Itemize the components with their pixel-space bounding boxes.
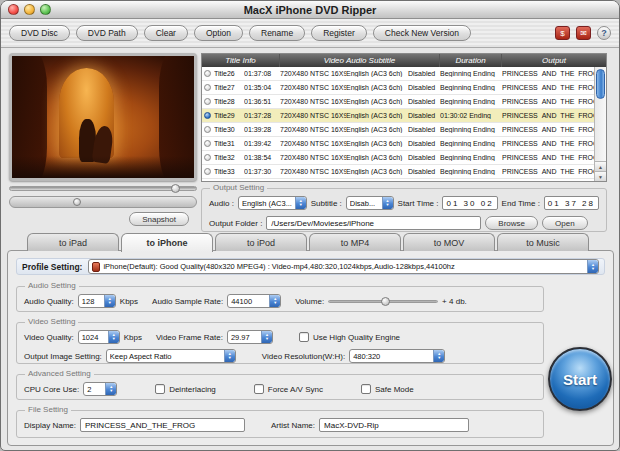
cell-title: Title33 [214,168,244,175]
register-button[interactable]: Register [311,25,367,41]
row-select-radio[interactable] [204,98,211,105]
row-select-radio[interactable] [204,154,211,161]
table-row[interactable]: Title2801:36:51720X480 NTSC 16X9English … [202,95,594,109]
video-quality-select[interactable]: 1024 [78,330,120,344]
cell-title: Title32 [214,154,244,161]
cell-format: 720X480 NTSC 16X9 [280,70,346,77]
hq-engine-checkbox[interactable] [299,332,309,342]
table-row[interactable]: Title3201:38:54720X480 NTSC 16X9English … [202,151,594,165]
scroll-up-icon[interactable]: ▲ [595,161,606,171]
cell-time: 01:38:54 [244,154,280,161]
table-row[interactable]: Title2901:37:28720X480 NTSC 16X9English … [202,109,594,123]
seek-slider[interactable] [9,184,197,193]
video-frame-rate-select[interactable]: 29.97 [227,330,273,344]
toolbar: DVD DiscDVD PathClearOptionRenameRegiste… [1,19,619,48]
buy-icon[interactable]: $ [555,26,570,40]
volume-knob[interactable] [73,198,81,206]
row-select-radio[interactable] [204,112,211,119]
cell-title: Title30 [214,126,244,133]
audio-quality-select[interactable]: 128 [78,294,116,308]
volume-label: Volume: [295,297,324,306]
cell-subtitle: Disabled [408,98,440,105]
row-select-radio[interactable] [204,168,211,175]
help-button[interactable]: ? [597,26,611,40]
cell-duration: Beginning Ending [440,84,502,91]
audio-sample-rate-select[interactable]: 44100 [227,294,281,308]
output-image-select[interactable]: Keep Aspect Ratio [106,349,236,363]
movie-scene [12,56,194,178]
tab-to-music[interactable]: to Music [497,233,589,251]
settings-panel: Profile Setting: iPhone(Default): Good Q… [7,250,614,446]
profile-select[interactable]: iPhone(Default): Good Quality(480x320 MP… [88,259,599,274]
seek-knob[interactable] [171,184,180,193]
deinterlacing-checkbox[interactable] [155,384,165,394]
popup-arrows-icon [104,295,115,307]
audio-sample-rate-value: 44100 [231,297,267,306]
force-av-sync-checkbox[interactable] [254,384,264,394]
table-row[interactable]: Title2601:37:08720X480 NTSC 16X9English … [202,67,594,81]
table-scrollbar[interactable]: ▲ ▼ [594,67,606,181]
file-setting-fieldset: File Setting Display Name: Artist Name: [16,410,544,438]
start-time-field[interactable]: 01 30 02 [442,196,497,210]
volume-note: + 4 db. [442,297,467,306]
advanced-setting-fieldset: Advanced Setting CPU Core Use: 2 Deinter… [16,374,544,400]
dvd-path-button[interactable]: DVD Path [76,25,138,41]
cell-format: 720X480 NTSC 16X9 [280,84,346,91]
tab-to-mp4[interactable]: to MP4 [309,233,401,251]
row-select-radio[interactable] [204,84,211,91]
start-button[interactable]: Start [548,347,612,411]
seek-track [9,186,197,191]
tab-to-ipod[interactable]: to iPod [215,233,307,251]
cpu-core-select[interactable]: 2 [83,382,117,396]
volume-slider[interactable] [9,196,197,208]
cell-audio: English (AC3 6ch) [346,126,408,133]
tab-to-ipad[interactable]: to iPad [27,233,119,251]
tab-to-mov[interactable]: to MOV [403,233,495,251]
tab-to-iphone[interactable]: to iPhone [121,233,213,252]
cell-audio: English (AC3 6ch) [346,154,408,161]
minimize-button[interactable] [24,4,35,15]
table-row[interactable]: Title3301:37:30720X480 NTSC 16X9English … [202,165,594,179]
audio-quality-value: 128 [82,297,102,306]
popup-arrows-icon [295,197,306,209]
scroll-down-icon[interactable]: ▼ [595,171,606,181]
option-button[interactable]: Option [194,25,243,41]
check-new-version-button[interactable]: Check New Version [373,25,471,41]
close-button[interactable] [8,4,19,15]
output-folder-input[interactable] [266,216,481,230]
snapshot-button[interactable]: Snapshot [129,212,189,226]
scrollbar-thumb[interactable] [596,69,605,99]
safe-mode-checkbox[interactable] [361,384,371,394]
mail-icon[interactable]: ✉ [576,26,591,40]
hq-engine-label: Use High Quality Engine [313,333,400,342]
table-row[interactable]: Title3101:39:42720X480 NTSC 16X9English … [202,137,594,151]
cell-audio: English (AC3 6ch) [346,98,408,105]
end-time-field[interactable]: 01 37 28 [544,196,599,210]
subtitle-select[interactable]: Disab... [346,196,394,210]
table-row[interactable]: Title3001:39:28720X480 NTSC 16X9English … [202,123,594,137]
video-setting-legend: Video Setting [25,317,78,326]
open-button[interactable]: Open [542,216,588,230]
table-row[interactable]: Title2701:35:04720X480 NTSC 16X9English … [202,81,594,95]
row-select-radio[interactable] [204,126,211,133]
browse-button[interactable]: Browse [485,216,538,230]
video-setting-row-2: Output Image Setting: Keep Aspect Ratio … [17,344,543,363]
cell-format: 720X480 NTSC 16X9 [280,126,346,133]
row-select-radio[interactable] [204,140,211,147]
audio-sample-rate-label: Audio Sample Rate: [152,297,223,306]
audio-track-select[interactable]: English (AC3... [238,196,307,210]
cell-format: 720X480 NTSC 16X9 [280,98,346,105]
clear-button[interactable]: Clear [144,25,188,41]
volume-setting-knob[interactable] [381,297,390,306]
audio-label: Audio : [209,199,234,208]
artist-name-input[interactable] [319,418,469,432]
rename-button[interactable]: Rename [249,25,305,41]
zoom-button[interactable] [40,4,51,15]
dvd-disc-button[interactable]: DVD Disc [9,25,70,41]
row-select-radio[interactable] [204,70,211,77]
popup-arrows-icon [587,260,598,273]
volume-setting-slider[interactable] [328,297,438,306]
display-name-input[interactable] [80,418,245,432]
video-resolution-select[interactable]: 480:320 [349,349,445,363]
window-title: MacX iPhone DVD Ripper [1,4,619,16]
